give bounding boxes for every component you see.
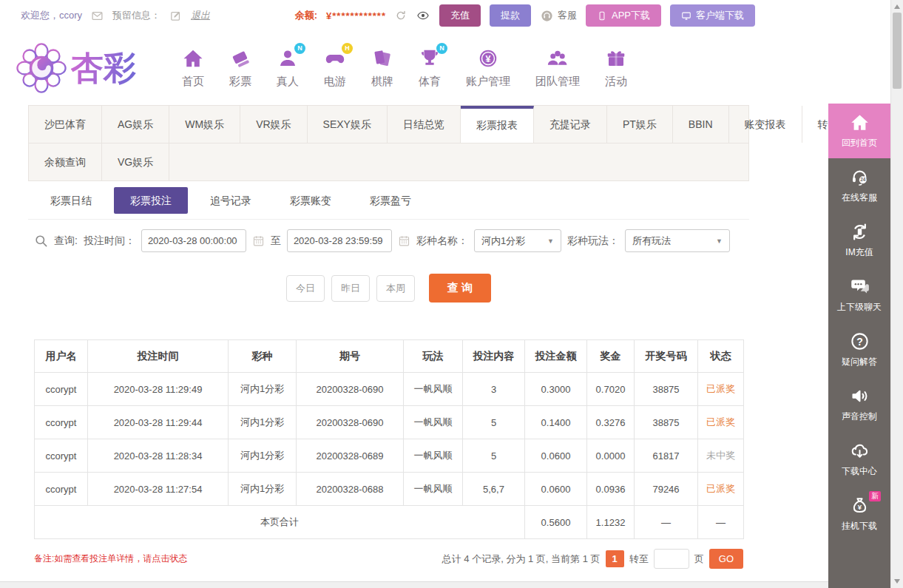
subtab-0[interactable]: 彩票日结 xyxy=(34,187,108,214)
quickbar-item-service24[interactable]: 24在线客服 xyxy=(828,158,890,213)
tab-row2-1[interactable]: VG娱乐 xyxy=(102,143,169,180)
current-page-badge[interactable]: 1 xyxy=(606,550,624,567)
top-bar-left: 欢迎您，ccory 预留信息： 退出 xyxy=(21,9,210,22)
top-bar-right: 余额: ¥************ 充值 提款 客服 APP下载 xyxy=(295,4,755,27)
goto-label: 转至 xyxy=(629,552,649,566)
tab-row1-1[interactable]: AG娱乐 xyxy=(102,106,169,143)
quick-filter-row: 今日 昨日 本周 查 询 xyxy=(28,274,749,303)
logout-link[interactable]: 退出 xyxy=(191,9,210,22)
report-tabs-row1: 沙巴体育AG娱乐WM娱乐VR娱乐SEXY娱乐日结总览彩票报表充提记录PT娱乐BB… xyxy=(29,106,748,143)
recharge-button[interactable]: 充值 xyxy=(439,4,481,27)
page: 欢迎您，ccory 预留信息： 退出 余额: ¥************ 充值 … xyxy=(0,0,903,588)
main-container: 沙巴体育AG娱乐WM娱乐VR娱乐SEXY娱乐日结总览彩票报表充提记录PT娱乐BB… xyxy=(28,105,749,569)
calendar-icon[interactable] xyxy=(252,234,265,247)
quickbar-item-chat[interactable]: 上下级聊天 xyxy=(828,268,890,322)
nav-item-coin[interactable]: ¥账户管理 xyxy=(466,47,510,89)
tab-row1-6[interactable]: 彩票报表 xyxy=(461,106,534,143)
quickbar-item-sound[interactable]: 声音控制 xyxy=(828,377,890,432)
subtab-4[interactable]: 彩票盈亏 xyxy=(354,187,427,214)
table-cell: 2020-03-28 11:29:49 xyxy=(88,373,229,406)
nav-item-gamepad[interactable]: H电游 xyxy=(324,47,346,89)
summary-cell: — xyxy=(635,506,698,539)
nav-item-team[interactable]: 团队管理 xyxy=(535,47,580,89)
table-cell: 一帆风顺 xyxy=(404,406,463,439)
eye-icon[interactable] xyxy=(416,10,430,21)
tab-row2-0[interactable]: 余额查询 xyxy=(29,143,102,180)
quickbar-item-im-recharge[interactable]: IM充值 xyxy=(828,213,890,268)
table-header-row: 用户名投注时间彩种期号玩法投注内容投注金额奖金开奖号码状态 xyxy=(35,340,744,373)
scrollbar-thumb[interactable] xyxy=(893,13,902,89)
welcome-text: 欢迎您，ccory xyxy=(21,9,82,22)
quickbar-item-download[interactable]: 下载中心 xyxy=(828,432,890,487)
quickbar-item-moneybag[interactable]: ¥挂机下载新 xyxy=(828,487,890,541)
tab-row1-0[interactable]: 沙巴体育 xyxy=(29,106,102,143)
scroll-up-arrow-icon[interactable] xyxy=(894,4,900,9)
play-type-select[interactable]: 所有玩法 ▼ xyxy=(625,229,730,252)
yesterday-button[interactable]: 昨日 xyxy=(331,275,370,302)
edit-icon[interactable] xyxy=(169,10,182,22)
lottery-name-label: 彩种名称： xyxy=(416,234,468,248)
withdraw-button[interactable]: 提款 xyxy=(490,4,531,27)
nav-item-trophy[interactable]: N体育 xyxy=(419,47,441,89)
client-download-button[interactable]: 客户端下载 xyxy=(670,4,755,27)
table-cell: 61817 xyxy=(635,439,698,473)
lottery-name-select[interactable]: 河内1分彩 ▼ xyxy=(474,229,561,252)
vertical-scrollbar[interactable] xyxy=(890,0,903,588)
calendar-icon[interactable] xyxy=(398,234,410,247)
tab-row1-5[interactable]: 日结总览 xyxy=(388,106,461,143)
go-button[interactable]: GO xyxy=(709,549,743,569)
sound-icon xyxy=(850,386,870,406)
tab-row1-7[interactable]: 充提记录 xyxy=(534,106,607,143)
site-logo[interactable]: 杏彩 xyxy=(16,43,136,93)
subtab-2[interactable]: 追号记录 xyxy=(194,187,268,214)
today-button[interactable]: 今日 xyxy=(286,275,325,302)
main-nav: 首页彩票N真人H电游棋牌N体育¥账户管理团队管理活动 xyxy=(182,47,627,89)
tab-row1-4[interactable]: SEXY娱乐 xyxy=(308,106,388,143)
goto-page-input[interactable] xyxy=(654,549,689,569)
table-header-cell: 期号 xyxy=(297,340,404,373)
scroll-down-arrow-icon[interactable] xyxy=(894,579,900,584)
quickbar-label: 下载中心 xyxy=(842,465,877,478)
table-cell: 2020-03-28 11:27:54 xyxy=(88,473,229,506)
tab-row1-3[interactable]: VR娱乐 xyxy=(240,106,307,143)
customer-service-link[interactable]: 客服 xyxy=(540,9,577,23)
date-to-input[interactable]: 2020-03-28 23:59:59 xyxy=(287,229,392,252)
table-cell: 河内1分彩 xyxy=(229,406,297,439)
status-badge[interactable]: 已派奖 xyxy=(698,406,744,439)
nav-label: 账户管理 xyxy=(466,75,510,89)
table-cell: ccorypt xyxy=(35,406,88,439)
tab-row1-10[interactable]: 账变报表 xyxy=(729,106,802,143)
table-cell: 一帆风顺 xyxy=(404,439,463,473)
nav-item-home[interactable]: 首页 xyxy=(182,47,204,89)
status-badge[interactable]: 已派奖 xyxy=(698,473,744,506)
refresh-icon[interactable] xyxy=(395,10,407,21)
nav-item-cards[interactable]: 棋牌 xyxy=(371,47,393,89)
new-badge: 新 xyxy=(869,491,881,501)
table-cell: 河内1分彩 xyxy=(229,373,297,406)
status-badge[interactable]: 已派奖 xyxy=(698,373,744,406)
nav-item-gift[interactable]: 活动 xyxy=(605,47,627,89)
chevron-down-icon: ▼ xyxy=(716,237,723,245)
nav-label: 团队管理 xyxy=(535,75,580,89)
date-from-input[interactable]: 2020-03-28 00:00:00 xyxy=(141,229,246,252)
tab-row1-8[interactable]: PT娱乐 xyxy=(607,106,673,143)
summary-cell: 1.1232 xyxy=(587,506,635,539)
tab-row1-9[interactable]: BBIN xyxy=(673,106,729,143)
subtab-1[interactable]: 彩票投注 xyxy=(114,187,188,214)
quickbar-item-home[interactable]: 回到首页 xyxy=(828,104,890,158)
this-week-button[interactable]: 本周 xyxy=(376,275,415,302)
app-download-button[interactable]: APP下载 xyxy=(586,4,661,27)
envelope-icon[interactable] xyxy=(91,10,104,22)
subtab-3[interactable]: 彩票账变 xyxy=(274,187,348,214)
horizontal-scrollbar[interactable] xyxy=(0,581,828,588)
nav-item-person[interactable]: N真人 xyxy=(277,47,299,89)
nav-item-ticket[interactable]: 彩票 xyxy=(229,47,251,89)
table-cell: 河内1分彩 xyxy=(229,473,297,506)
quickbar-item-question[interactable]: ?疑问解答 xyxy=(828,322,890,377)
status-badge[interactable]: 未中奖 xyxy=(698,439,744,473)
lottery-subtabs: 彩票日结彩票投注追号记录彩票账变彩票盈亏 xyxy=(28,181,749,220)
search-button[interactable]: 查 询 xyxy=(429,274,491,303)
table-cell: 20200328-0690 xyxy=(297,406,404,439)
table-footer: 备注:如需查看投注单详情，请点击状态 总计 4 个记录, 分为 1 页, 当前第… xyxy=(34,549,743,569)
tab-row1-2[interactable]: WM娱乐 xyxy=(169,106,240,143)
